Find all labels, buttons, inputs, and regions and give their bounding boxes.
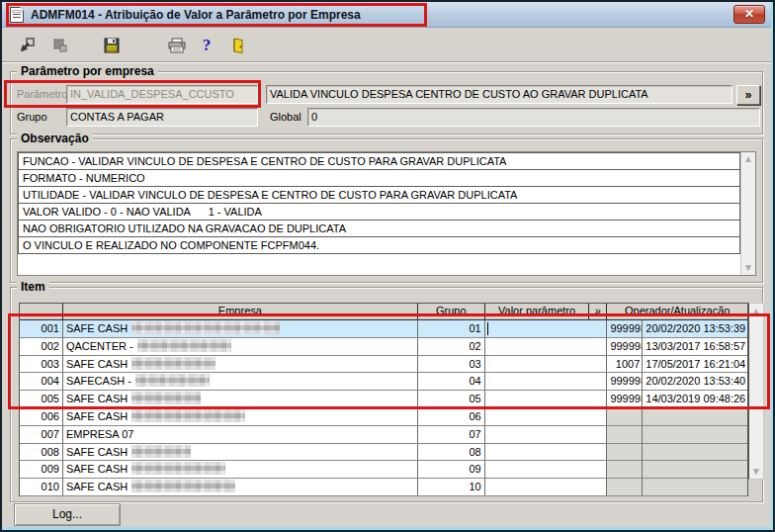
table-row[interactable]: 001 SAFE CASH 01 999998 20/02/2020 13:53… (20, 320, 747, 338)
cell-operador[interactable] (607, 408, 643, 426)
cell-empresa[interactable]: SAFE CASH (63, 320, 418, 338)
cell-grupo[interactable]: 10 (418, 479, 485, 496)
cell-atualizacao[interactable] (643, 444, 747, 462)
table-row[interactable]: 006 SAFE CASH 06 (20, 408, 747, 426)
param-code-field[interactable]: IN_VALIDA_DESPESA_CCUSTO (66, 85, 258, 104)
cell-grupo[interactable]: 05 (418, 391, 485, 408)
cell-valor-parametro[interactable] (485, 426, 608, 444)
scroll-up-icon[interactable]: ▲ (751, 306, 761, 316)
table-row[interactable]: 004 SAFECASH - 04 999998 20/02/2020 13:5… (20, 373, 747, 391)
cell-empresa[interactable]: SAFE CASH (63, 408, 418, 426)
cell-row-number[interactable]: 010 (20, 479, 63, 496)
table-row[interactable]: 005 SAFE CASH 05 999998 14/03/2019 09:48… (20, 391, 747, 408)
assign-arrow-icon[interactable] (14, 33, 40, 58)
cell-atualizacao[interactable] (643, 461, 747, 479)
cell-grupo[interactable]: 09 (418, 461, 485, 479)
scroll-down-icon[interactable]: ▼ (743, 263, 753, 273)
help-icon[interactable]: ? (194, 33, 219, 58)
cell-atualizacao[interactable]: 17/05/2017 16:21:04 (643, 356, 747, 374)
cell-grupo[interactable]: 08 (418, 444, 485, 462)
table-row[interactable]: 002 QACENTER - 02 999998 13/03/2017 16:5… (20, 338, 747, 356)
print-icon[interactable] (164, 33, 190, 58)
cell-valor-parametro[interactable] (485, 461, 608, 479)
cell-atualizacao[interactable] (643, 408, 747, 426)
cell-empresa[interactable]: SAFE CASH (63, 461, 418, 479)
cell-operador[interactable]: 999998 (607, 320, 643, 338)
cell-grupo[interactable]: 02 (418, 338, 485, 356)
cell-grupo[interactable]: 06 (418, 408, 485, 426)
cell-grupo[interactable]: 04 (418, 373, 485, 391)
close-button[interactable]: ✕ (733, 5, 765, 24)
cell-row-number[interactable]: 009 (20, 461, 63, 479)
cell-operador[interactable] (607, 479, 643, 496)
empresa-text: SAFE CASH (66, 358, 128, 370)
cell-empresa[interactable]: QACENTER - (63, 338, 418, 356)
cell-operador[interactable] (607, 444, 643, 462)
cell-valor-parametro[interactable] (485, 391, 608, 408)
cell-grupo[interactable]: 01 (418, 320, 485, 338)
cell-atualizacao[interactable]: 13/03/2017 16:58:57 (643, 338, 747, 356)
item-grid-scrollbar[interactable]: ▲ ▼ (748, 303, 764, 480)
copy-squares-icon[interactable] (47, 33, 73, 58)
cell-valor-parametro[interactable] (485, 408, 608, 426)
param-group-title: Parâmetro por empresa (17, 64, 158, 78)
cell-row-number[interactable]: 008 (20, 444, 63, 462)
cell-grupo[interactable]: 07 (418, 426, 485, 444)
cell-grupo[interactable]: 03 (418, 356, 485, 374)
item-grid: Empresa Grupo Valor parâmetro » Operador… (19, 303, 748, 496)
cell-empresa[interactable]: SAFE CASH (63, 391, 418, 408)
log-button[interactable]: Log... (14, 503, 121, 526)
cell-valor-parametro[interactable] (485, 320, 608, 338)
exit-door-icon[interactable] (225, 33, 251, 58)
observacao-scrollbar[interactable]: ▲ ▼ (740, 152, 755, 275)
scroll-down-icon[interactable]: ▼ (751, 466, 761, 477)
cell-empresa[interactable]: SAFE CASH (63, 444, 418, 462)
observacao-textarea[interactable]: FUNCAO - VALIDAR VINCULO DE DESPESA E CE… (17, 151, 756, 276)
observacao-line: O VINCULO E REALIZADO NO COMPONENTE FCPF… (18, 236, 740, 254)
cell-row-number[interactable]: 006 (20, 408, 63, 426)
cell-operador[interactable]: 999998 (607, 391, 643, 408)
table-row[interactable]: 009 SAFE CASH 09 (20, 461, 747, 479)
scroll-up-icon[interactable]: ▲ (743, 154, 753, 164)
cell-row-number[interactable]: 001 (20, 320, 63, 338)
cell-operador[interactable]: 999998 (607, 338, 643, 356)
param-description-field[interactable]: VALIDA VINCULO DESPESA CENTRO DE CUSTO A… (266, 85, 732, 104)
cell-empresa[interactable]: SAFE CASH (63, 356, 418, 374)
cell-atualizacao[interactable]: 14/03/2019 09:48:26 (643, 391, 747, 408)
header-expand-button[interactable]: » (589, 304, 607, 320)
cell-valor-parametro[interactable] (485, 338, 608, 356)
cell-empresa[interactable]: SAFE CASH (63, 479, 418, 496)
cell-operador[interactable]: 1007 (607, 356, 643, 374)
cell-row-number[interactable]: 004 (20, 373, 63, 391)
cell-atualizacao[interactable] (643, 426, 747, 444)
cell-valor-parametro[interactable] (485, 479, 608, 496)
table-row[interactable]: 008 SAFE CASH 08 (20, 444, 747, 462)
table-row[interactable]: 003 SAFE CASH 03 1007 17/05/2017 16:21:0… (20, 356, 747, 374)
save-icon[interactable] (99, 33, 125, 58)
cell-operador[interactable]: 999998 (607, 373, 643, 391)
cell-row-number[interactable]: 007 (20, 426, 63, 444)
table-row[interactable]: 007 EMPRESA 07 07 (20, 426, 747, 444)
header-grupo: Grupo (418, 304, 485, 320)
cell-row-number[interactable]: 005 (20, 391, 63, 408)
observacao-group-title: Observação (17, 132, 93, 145)
expand-description-button[interactable]: » (736, 85, 760, 105)
grupo-field[interactable]: CONTAS A PAGAR (66, 108, 258, 127)
cell-valor-parametro[interactable] (485, 356, 608, 374)
observacao-groupbox: Observação FUNCAO - VALIDAR VINCULO DE D… (10, 138, 763, 283)
cell-empresa[interactable]: SAFECASH - (63, 373, 418, 391)
cell-atualizacao[interactable]: 20/02/2020 13:53:40 (643, 373, 747, 391)
grupo-label: Grupo (17, 111, 47, 123)
cell-empresa[interactable]: EMPRESA 07 (63, 426, 418, 444)
cell-valor-parametro[interactable] (485, 444, 608, 462)
cell-atualizacao[interactable] (643, 479, 747, 496)
cell-operador[interactable] (607, 461, 643, 479)
cell-atualizacao[interactable]: 20/02/2020 13:53:39 (643, 320, 747, 338)
table-row[interactable]: 010 SAFE CASH 10 (20, 479, 747, 496)
cell-row-number[interactable]: 003 (20, 356, 63, 374)
cell-row-number[interactable]: 002 (20, 338, 63, 356)
cell-valor-parametro[interactable] (485, 373, 608, 391)
global-field[interactable]: 0 (307, 108, 760, 127)
cell-operador[interactable] (607, 426, 643, 444)
title-bar[interactable]: ADMFM014 - Atribuição de Valor a Parâmet… (2, 2, 773, 28)
